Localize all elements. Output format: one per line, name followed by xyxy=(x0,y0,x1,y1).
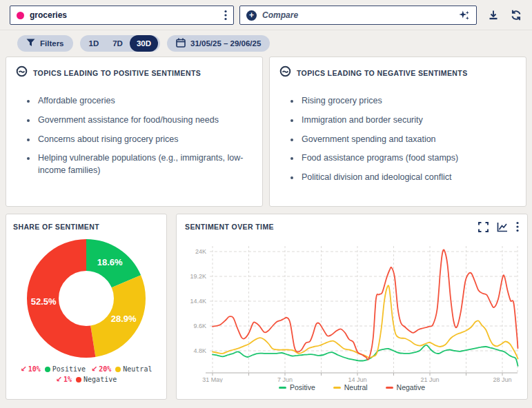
topic-item: Food assistance programs (food stamps) xyxy=(300,152,516,165)
chart-type-icon[interactable] xyxy=(497,222,508,232)
sentiment-line-chart[interactable]: 4.8K9.6K14.4K19.2K24K31 May7 Jun14 Jun21… xyxy=(185,235,519,382)
topic-item: Political division and ideological confl… xyxy=(300,172,516,184)
x-axis-label: 31 May xyxy=(202,376,223,382)
query-input[interactable]: groceries xyxy=(10,6,234,25)
positive-topics-header: TOPICS LEADING TO POSITIVE SENTIMENTS xyxy=(16,65,253,80)
compare-placeholder: Compare xyxy=(262,10,453,20)
topic-item: Helping vulnerable populations (e.g., im… xyxy=(37,152,253,177)
y-axis-label: 14.4K xyxy=(190,298,206,305)
line-legend-item-neutral[interactable]: Neutral xyxy=(333,383,368,391)
download-icon[interactable] xyxy=(487,9,500,21)
range-30d[interactable]: 30D xyxy=(130,35,158,52)
legend-dot xyxy=(45,367,50,372)
line-legend-item-positive[interactable]: Positive xyxy=(279,383,315,391)
topics-row: TOPICS LEADING TO POSITIVE SENTIMENTS Af… xyxy=(6,57,526,207)
legend-dot xyxy=(115,367,121,372)
query-color-dot xyxy=(17,12,24,19)
legend-label: Negative xyxy=(83,376,117,383)
legend-swatch xyxy=(386,387,393,389)
fullscreen-icon[interactable] xyxy=(478,222,489,232)
legend-swatch xyxy=(333,387,341,389)
toolbar: groceries Compare xyxy=(0,0,532,30)
query-text: groceries xyxy=(30,10,219,20)
topic-item: Rising grocery prices xyxy=(300,95,516,108)
donut-slice-label: 52.5% xyxy=(31,296,57,307)
chart-toolbar xyxy=(478,221,519,232)
line-legend-item-negative[interactable]: Negative xyxy=(386,383,425,391)
legend-label: Neutral xyxy=(344,383,368,391)
x-axis-label: 21 Jun xyxy=(420,376,439,382)
chart-menu-kebab-icon[interactable] xyxy=(516,221,519,232)
topic-item: Immigration and border security xyxy=(300,114,516,127)
donut-slice-label: 28.9% xyxy=(111,314,137,324)
y-axis-label: 24K xyxy=(195,248,206,255)
negative-topics-title: TOPICS LEADING TO NEGATIVE SENTIMENTS xyxy=(297,69,468,77)
change-percent: 10% xyxy=(28,365,41,373)
charts-row: SHARE OF SENTIMENT 18.6%28.9%52.5% ↙10%P… xyxy=(6,214,526,400)
change-percent: 1% xyxy=(63,376,72,383)
trend-down-arrow-icon: ↙ xyxy=(91,365,97,374)
sparkles-ai-icon[interactable] xyxy=(458,10,470,21)
dashboard: groceries Compare Filters 1D7D30D xyxy=(0,0,532,408)
topic-item: Affordable groceries xyxy=(37,95,253,108)
calendar-icon xyxy=(176,38,186,49)
donut-legend-item-neutral[interactable]: ↙20%Neutral xyxy=(91,365,152,374)
filters-label: Filters xyxy=(40,39,64,48)
negative-topics-card: TOPICS LEADING TO NEGATIVE SENTIMENTS Ri… xyxy=(269,57,526,207)
topics-cloud-icon xyxy=(279,65,291,80)
y-axis-label: 9.6K xyxy=(193,323,206,329)
positive-topics-card: TOPICS LEADING TO POSITIVE SENTIMENTS Af… xyxy=(6,57,263,207)
line-chart-legend: PositiveNeutralNegative xyxy=(185,383,519,391)
range-toggle: 1D7D30D xyxy=(80,35,161,52)
topic-item: Government spending and taxation xyxy=(300,134,516,146)
date-range-button[interactable]: 31/05/25 – 29/06/25 xyxy=(167,35,270,52)
x-axis-label: 28 Jun xyxy=(493,376,511,382)
y-axis-label: 19.2K xyxy=(190,273,206,280)
topic-item: Government assistance for food/housing n… xyxy=(37,114,253,127)
sentiment-over-time-title: SENTIMENT OVER TIME xyxy=(185,223,274,231)
trend-down-arrow-icon: ↙ xyxy=(56,375,62,384)
change-percent: 20% xyxy=(99,365,111,373)
filters-button[interactable]: Filters xyxy=(17,35,73,52)
share-of-sentiment-title: SHARE OF SENTIMENT xyxy=(13,223,99,231)
sentiment-over-time-header: SENTIMENT OVER TIME xyxy=(185,221,519,232)
query-menu-kebab-icon[interactable] xyxy=(224,10,227,21)
trend-down-arrow-icon: ↙ xyxy=(21,365,27,374)
legend-label: Positive xyxy=(290,383,315,391)
x-axis-label: 7 Jun xyxy=(277,376,293,382)
negative-topics-header: TOPICS LEADING TO NEGATIVE SENTIMENTS xyxy=(279,65,516,80)
negative-topics-list: Rising grocery pricesImmigration and bor… xyxy=(279,95,516,184)
filters-row: Filters 1D7D30D 31/05/25 – 29/06/25 xyxy=(0,30,532,57)
series-line-neutral[interactable] xyxy=(213,285,518,358)
positive-topics-title: TOPICS LEADING TO POSITIVE SENTIMENTS xyxy=(33,69,201,77)
range-7d[interactable]: 7D xyxy=(106,35,130,52)
compare-input[interactable]: Compare xyxy=(239,6,477,25)
y-axis-label: 4.8K xyxy=(193,347,206,354)
add-comparison-icon[interactable] xyxy=(246,10,257,21)
x-axis-label: 14 Jun xyxy=(348,376,366,382)
topic-item: Concerns about rising grocery prices xyxy=(37,134,253,146)
donut-legend-item-negative[interactable]: ↙1%Negative xyxy=(56,375,117,384)
refresh-icon[interactable] xyxy=(510,9,522,21)
legend-label: Neutral xyxy=(123,365,152,373)
legend-label: Positive xyxy=(52,365,86,373)
donut-legend-item-positive[interactable]: ↙10%Positive xyxy=(21,365,86,374)
legend-label: Negative xyxy=(397,383,425,391)
donut-legend: ↙10%Positive↙20%Neutral↙1%Negative xyxy=(13,365,159,384)
share-of-sentiment-donut[interactable]: 18.6%28.9%52.5% xyxy=(21,234,151,363)
funnel-icon xyxy=(26,39,35,48)
sentiment-over-time-card: SENTIMENT OVER TIME 4.8K9.6K14.4K19.2K24… xyxy=(176,214,528,400)
topics-cloud-icon xyxy=(16,65,28,80)
series-line-negative[interactable] xyxy=(213,249,518,360)
donut-slice-label: 18.6% xyxy=(97,257,123,267)
date-range-label: 31/05/25 – 29/06/25 xyxy=(190,39,261,48)
legend-swatch xyxy=(279,387,286,389)
share-of-sentiment-header: SHARE OF SENTIMENT xyxy=(13,223,159,231)
range-1d[interactable]: 1D xyxy=(82,35,106,52)
legend-dot xyxy=(76,377,81,382)
share-of-sentiment-card: SHARE OF SENTIMENT 18.6%28.9%52.5% ↙10%P… xyxy=(6,214,167,400)
positive-topics-list: Affordable groceriesGovernment assistanc… xyxy=(16,95,253,177)
